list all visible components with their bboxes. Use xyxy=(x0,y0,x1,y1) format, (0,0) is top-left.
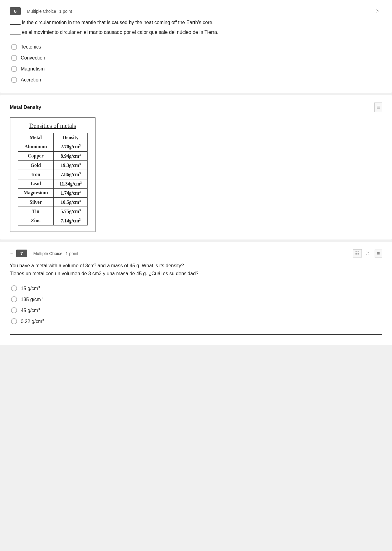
option-7-b[interactable]: 135 g/cm3 xyxy=(10,294,382,305)
metal-silver: Silver xyxy=(18,198,54,207)
question-6-options: Tectonics Convection Magnetism Accretion xyxy=(10,41,382,85)
density-table-container: Densities of metals Metal Density Alumin… xyxy=(10,117,95,232)
question-7-ellipsis: ··· xyxy=(10,251,13,256)
question-7-points: 1 point xyxy=(66,251,78,256)
radio-7-a[interactable] xyxy=(11,285,17,291)
metal-copper: Copper xyxy=(18,151,54,160)
metals-density-table: Metal Density Aluminum 2.70g/cm3 Copper … xyxy=(18,133,88,225)
question-6-meta-left: 6 Multiple Choice 1 point xyxy=(10,7,72,15)
metal-magnesium: Magnesium xyxy=(18,188,54,197)
list-icon-button[interactable]: ≡ xyxy=(375,250,382,257)
density-silver: 10.5g/cm3 xyxy=(54,198,88,207)
question-6-points: 1 point xyxy=(59,9,72,14)
option-6-tectonics[interactable]: Tectonics xyxy=(10,41,382,52)
option-7-b-label: 135 g/cm3 xyxy=(21,297,42,302)
question-7-number: 7 xyxy=(16,250,27,257)
radio-6-magnetism[interactable] xyxy=(11,66,17,72)
option-6-magnetism[interactable]: Magnetism xyxy=(10,63,382,74)
option-7-d[interactable]: 0.22 g/cm3 xyxy=(10,316,382,327)
density-table-title: Densities of metals xyxy=(18,122,88,129)
question-7-type: Multiple Choice xyxy=(33,251,63,256)
metal-zinc: Zinc xyxy=(18,216,54,225)
metal-tin: Tin xyxy=(18,207,54,216)
question-7-options: 15 g/cm3 135 g/cm3 45 g/cm3 0.22 g/cm3 xyxy=(10,283,382,327)
option-7-c-label: 45 g/cm3 xyxy=(21,308,40,313)
density-section-title: Metal Density xyxy=(10,105,41,110)
option-7-a[interactable]: 15 g/cm3 xyxy=(10,283,382,294)
table-view-icon-button[interactable]: ≡ xyxy=(374,103,382,112)
table-row: Aluminum 2.70g/cm3 xyxy=(18,142,88,151)
density-aluminum: 2.70g/cm3 xyxy=(54,142,88,151)
table-row: Silver 10.5g/cm3 xyxy=(18,198,88,207)
density-tin: 5.75g/cm3 xyxy=(54,207,88,216)
table-row: Zinc 7.14g/cm3 xyxy=(18,216,88,225)
option-6-accretion[interactable]: Accretion xyxy=(10,74,382,85)
question-6-text-en: is the circular motion in the mantle tha… xyxy=(10,19,382,27)
question-6-text-es: es el movimiento circular en el manto ca… xyxy=(10,28,382,36)
radio-6-accretion[interactable] xyxy=(11,77,17,83)
col-density-header: Density xyxy=(54,133,88,142)
density-table-wrapper: Densities of metals Metal Density Alumin… xyxy=(10,117,382,232)
pin-icon-button[interactable]: ⛌ xyxy=(374,7,382,15)
question-7-meta-left: ··· 7 Multiple Choice 1 point xyxy=(10,250,78,257)
question-7-block: ··· 7 Multiple Choice 1 point ☷ ⛌ ≡ You … xyxy=(0,242,392,345)
metal-iron: Iron xyxy=(18,170,54,179)
table-row: Tin 5.75g/cm3 xyxy=(18,207,88,216)
table-row: Magnesium 1.74g/cm3 xyxy=(18,188,88,197)
option-6-convection[interactable]: Convection xyxy=(10,52,382,63)
option-6-magnetism-label: Magnetism xyxy=(21,66,45,72)
density-copper: 8.94g/cm3 xyxy=(54,151,88,160)
radio-7-c[interactable] xyxy=(11,307,17,313)
question-7-text-en: You have a metal with a volume of 3cm3 a… xyxy=(10,262,382,277)
density-iron: 7.86g/cm3 xyxy=(54,170,88,179)
density-zinc: 7.14g/cm3 xyxy=(54,216,88,225)
option-6-accretion-label: Accretion xyxy=(21,77,41,83)
radio-6-tectonics[interactable] xyxy=(11,44,17,50)
option-6-tectonics-label: Tectonics xyxy=(21,44,41,50)
density-magnesium: 1.74g/cm3 xyxy=(54,188,88,197)
density-lead: 11.34g/cm3 xyxy=(54,179,88,188)
table-header-row: Metal Density xyxy=(18,133,88,142)
question-7-icons: ☷ ⛌ ≡ xyxy=(353,249,382,257)
table-row: Gold 19.3g/cm3 xyxy=(18,160,88,170)
metal-aluminum: Aluminum xyxy=(18,142,54,151)
metal-gold: Gold xyxy=(18,160,54,170)
question-6-number: 6 xyxy=(10,7,21,15)
table-row: Copper 8.94g/cm3 xyxy=(18,151,88,160)
metal-lead: Lead xyxy=(18,179,54,188)
density-section-header: Metal Density ≡ xyxy=(10,103,382,112)
question-6-block: 6 Multiple Choice 1 point ⛌ is the circu… xyxy=(0,0,392,93)
metal-density-section: Metal Density ≡ Densities of metals Meta… xyxy=(0,95,392,239)
question-6-header: 6 Multiple Choice 1 point ⛌ xyxy=(10,7,382,15)
table-row: Iron 7.86g/cm3 xyxy=(18,170,88,179)
question-6-type: Multiple Choice xyxy=(27,9,56,14)
radio-6-convection[interactable] xyxy=(11,55,17,61)
option-7-a-label: 15 g/cm3 xyxy=(21,286,40,291)
table-row: Lead 11.34g/cm3 xyxy=(18,179,88,188)
option-7-c[interactable]: 45 g/cm3 xyxy=(10,305,382,316)
col-metal-header: Metal xyxy=(18,133,54,142)
grid-icon-button[interactable]: ☷ xyxy=(353,249,362,257)
question-7-header: ··· 7 Multiple Choice 1 point ☷ ⛌ ≡ xyxy=(10,249,382,257)
density-gold: 19.3g/cm3 xyxy=(54,160,88,170)
option-7-d-label: 0.22 g/cm3 xyxy=(21,319,44,324)
option-6-convection-label: Convection xyxy=(21,55,45,61)
radio-7-d[interactable] xyxy=(11,318,17,324)
bottom-divider xyxy=(10,334,382,335)
pin-icon-button-7[interactable]: ⛌ xyxy=(364,250,372,257)
radio-7-b[interactable] xyxy=(11,296,17,302)
